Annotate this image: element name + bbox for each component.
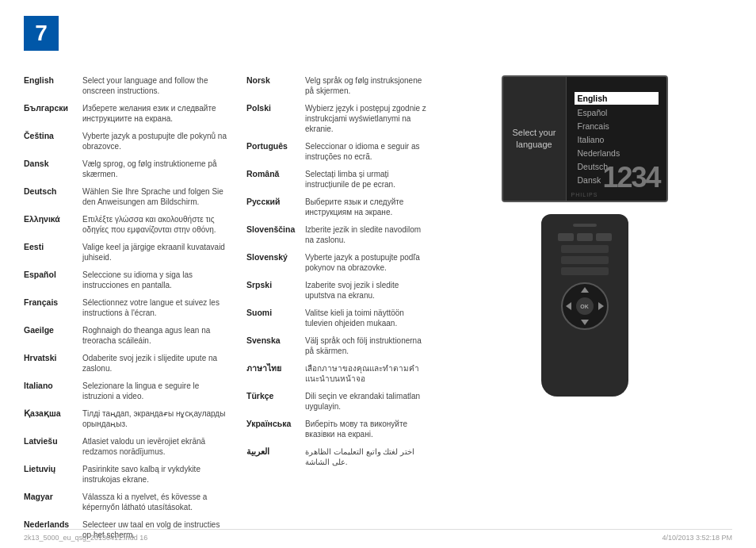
remote-long-btn[interactable]	[561, 245, 609, 253]
language-desc: اختر لغتك واتبع التعليمات الظاهرة على ال…	[305, 446, 429, 467]
language-desc: Izaberite svoj jezik i sledite uputstva …	[305, 280, 429, 301]
language-desc: เลือกภาษาของคุณและทำตามคำแนะนำบนหน้าจอ	[305, 363, 429, 384]
list-item: EestiValige keel ja järgige ekraanil kuv…	[24, 242, 230, 263]
language-desc: Wählen Sie Ihre Sprache und folgen Sie d…	[82, 186, 230, 207]
language-desc: Wybierz język i postępuj zgodnie z instr…	[305, 103, 429, 134]
language-name: Español	[24, 270, 78, 290]
language-desc: Atlasiet valodu un ievērojiet ekrānā red…	[82, 436, 230, 457]
language-name: Slovenščina	[246, 224, 300, 245]
language-desc: Selezionare la lingua e seguire le istru…	[82, 381, 230, 401]
language-name: Italiano	[24, 381, 78, 401]
remote-long-btn-2[interactable]	[561, 256, 609, 264]
tv-screen: Select your language EnglishEspañolFranc…	[502, 75, 668, 202]
language-name: Deutsch	[24, 186, 78, 207]
remote-btn-2[interactable]	[577, 233, 593, 241]
remote-control: OK	[541, 214, 628, 397]
nav-down-arrow[interactable]	[581, 320, 589, 325]
language-desc: Select your language and follow the onsc…	[82, 75, 230, 96]
language-name: Latviešu	[24, 436, 78, 457]
language-desc: Valige keel ja järgige ekraanil kuvatava…	[82, 242, 230, 263]
language-desc: Тілді таңдап, экрандағы нұсқауларды орын…	[82, 408, 230, 429]
tv-screen-area: Select your language EnglishEspañolFranc…	[437, 75, 732, 547]
language-name: Norsk	[246, 75, 300, 96]
language-desc: Vyberte jazyk a postupujte podľa pokynov…	[305, 252, 429, 273]
list-item: GaeilgeRoghnaigh do theanga agus lean na…	[24, 325, 230, 346]
list-item: LietuviųPasirinkite savo kalbą ir vykdyk…	[24, 464, 230, 485]
language-name: Slovenský	[246, 252, 300, 273]
language-desc: Επιλέξτε γλώσσα και ακολουθήστε τις οδηγ…	[82, 214, 230, 235]
remote-speaker	[573, 224, 597, 227]
language-name: Srpski	[246, 280, 300, 301]
language-name: Lietuvių	[24, 464, 78, 485]
language-desc: Vælg sprog, og følg instruktionerne på s…	[82, 159, 230, 179]
list-item: SrpskiIzaberite svoj jezik i sledite upu…	[246, 280, 429, 301]
list-item: PolskiWybierz język i postępuj zgodnie z…	[246, 103, 429, 134]
language-desc: Seleccione su idioma y siga las instrucc…	[82, 270, 230, 290]
list-item: ItalianoSelezionare la lingua e seguire …	[24, 381, 230, 401]
language-desc: Selectați limba și urmați instrucțiunile…	[305, 169, 429, 190]
list-item: MagyarVálassza ki a nyelvet, és kövesse …	[24, 492, 230, 512]
step-number: 7	[24, 16, 59, 51]
remote-nav-circle[interactable]: OK	[561, 282, 609, 330]
nav-left-arrow[interactable]	[566, 302, 571, 310]
list-item: ҚазақшаТілді таңдап, экрандағы нұсқаулар…	[24, 408, 230, 429]
language-desc: Välj språk och följ instruktionerna på s…	[305, 335, 429, 356]
list-item: HrvatskiOdaberite svoj jezik i slijedite…	[24, 353, 230, 374]
list-item: РусскийВыберите язык и следуйте инструкц…	[246, 197, 429, 217]
language-name: Português	[246, 141, 300, 162]
list-item: SuomiValitse kieli ja toimi näyttöön tul…	[246, 308, 429, 328]
list-item: LatviešuAtlasiet valodu un ievērojiet ek…	[24, 436, 230, 457]
tv-left-panel: Select your language	[503, 77, 567, 201]
page-container: 7 EnglishSelect your language and follow…	[0, 0, 756, 548]
language-desc: Vyberte jazyk a postupujte dle pokynů na…	[82, 131, 230, 151]
ok-button[interactable]: OK	[576, 297, 594, 315]
list-item: DanskVælg sprog, og følg instruktionerne…	[24, 159, 230, 179]
language-name: Gaeilge	[24, 325, 78, 346]
language-name: Eesti	[24, 242, 78, 263]
list-item: ภาษาไทยเลือกภาษาของคุณและทำตามคำแนะนำบนห…	[246, 363, 429, 384]
language-desc: Izberite jezik in sledite navodilom na z…	[305, 224, 429, 245]
language-name: English	[24, 75, 78, 96]
tv-language-item[interactable]: Italiano	[575, 134, 659, 145]
language-name: Dansk	[24, 159, 78, 179]
list-item: SlovenskýVyberte jazyk a postupujte podľ…	[246, 252, 429, 273]
language-name: Hrvatski	[24, 353, 78, 374]
remote-btn-3[interactable]	[596, 233, 612, 241]
nav-right-arrow[interactable]	[598, 302, 604, 310]
language-desc: Изберете желания език и следвайте инстру…	[82, 103, 230, 124]
list-item: УкраїнськаВиберіть мову та виконуйте вка…	[246, 419, 429, 439]
remote-long-btn-3[interactable]	[561, 267, 609, 275]
language-name: Қазақша	[24, 408, 78, 429]
language-name: Čeština	[24, 131, 78, 151]
language-name: ภาษาไทย	[246, 363, 300, 384]
column-divider	[234, 75, 235, 547]
language-desc: Roghnaigh do theanga agus lean na treora…	[82, 325, 230, 346]
tv-language-item[interactable]: Español	[575, 107, 659, 118]
language-name: Français	[24, 297, 78, 318]
list-item: DeutschWählen Sie Ihre Sprache und folge…	[24, 186, 230, 207]
list-item: FrançaisSélectionnez votre langue et sui…	[24, 297, 230, 318]
list-item: SlovenščinaIzberite jezik in sledite nav…	[246, 224, 429, 245]
list-item: ČeštinaVyberte jazyk a postupujte dle po…	[24, 131, 230, 151]
remote-btn-1[interactable]	[558, 233, 574, 241]
language-name: Ελληνικά	[24, 214, 78, 235]
remote-top-buttons	[558, 233, 612, 241]
language-name: Suomi	[246, 308, 300, 328]
nav-up-arrow[interactable]	[581, 287, 589, 293]
tv-language-item[interactable]: English	[575, 92, 659, 105]
tv-language-item[interactable]: Francais	[575, 121, 659, 132]
tv-language-item[interactable]: Nederlands	[575, 148, 659, 159]
language-desc: Sélectionnez votre langue et suivez les …	[82, 297, 230, 318]
main-content: EnglishSelect your language and follow t…	[24, 75, 732, 547]
language-name: Română	[246, 169, 300, 190]
language-list-left: EnglishSelect your language and follow t…	[24, 75, 230, 547]
language-desc: Seleccionar o idioma e seguir as instruç…	[305, 141, 429, 162]
language-desc: Виберіть мову та виконуйте вказівки на е…	[305, 419, 429, 439]
language-list-right: NorskVelg språk og følg instruksjonene p…	[246, 75, 429, 547]
list-item: RomânăSelectați limba și urmați instrucț…	[246, 169, 429, 190]
language-name: Български	[24, 103, 78, 124]
language-name: Magyar	[24, 492, 78, 512]
language-desc: Válassza ki a nyelvet, és kövesse a képe…	[82, 492, 230, 512]
list-item: PortuguêsSeleccionar o idioma e seguir a…	[246, 141, 429, 162]
list-item: TürkçeDili seçin ve ekrandaki talimatlan…	[246, 391, 429, 412]
